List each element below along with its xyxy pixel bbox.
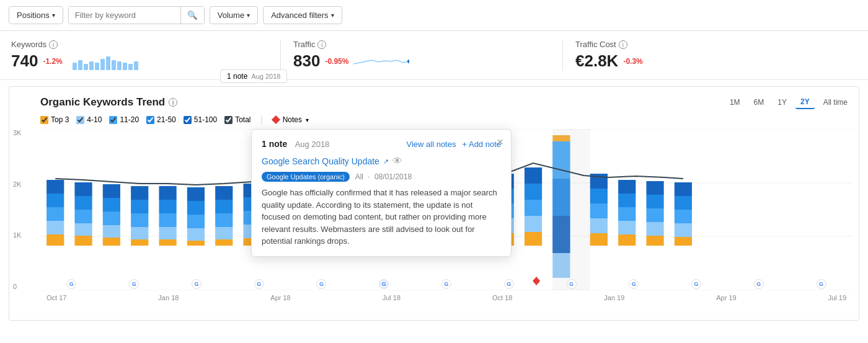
svg-rect-110 bbox=[618, 180, 636, 194]
advanced-filters-dropdown[interactable]: Advanced filters ▾ bbox=[263, 6, 342, 24]
svg-rect-20 bbox=[131, 239, 148, 246]
svg-rect-10 bbox=[74, 236, 92, 246]
note-tag: Google Updates (organic) bbox=[262, 172, 350, 182]
legend-total-label: Total bbox=[235, 115, 250, 124]
svg-rect-13 bbox=[74, 196, 92, 210]
time-1m[interactable]: 1M bbox=[725, 96, 745, 109]
traffic-cost-value: €2.8K bbox=[575, 51, 618, 71]
x-axis: Oct 17 Jan 18 Apr 18 Jul 18 Oct 18 Jan 1… bbox=[40, 294, 852, 301]
svg-rect-104 bbox=[590, 189, 608, 203]
traffic-change: -0.95% bbox=[325, 57, 348, 66]
positions-dropdown[interactable]: Positions ▾ bbox=[9, 6, 63, 24]
svg-rect-37 bbox=[215, 213, 232, 227]
g-icon-12: G bbox=[754, 279, 764, 289]
legend-51-100-label: 51-100 bbox=[194, 115, 217, 124]
legend-top3[interactable]: Top 3 bbox=[40, 115, 69, 124]
note-title[interactable]: Google Search Quality Update ↗ 👁 bbox=[262, 156, 501, 167]
svg-rect-9 bbox=[46, 180, 64, 194]
note-meta-all: All bbox=[355, 172, 363, 181]
keyword-search-button[interactable]: 🔍 bbox=[180, 7, 204, 24]
svg-rect-22 bbox=[131, 213, 148, 227]
y-label-2k: 2K bbox=[13, 180, 21, 188]
x-label-jan18: Jan 18 bbox=[158, 294, 179, 301]
time-all[interactable]: All time bbox=[818, 96, 852, 109]
positions-label: Positions bbox=[17, 11, 50, 20]
mini-bar-3 bbox=[84, 64, 88, 70]
svg-rect-39 bbox=[215, 186, 232, 200]
keywords-info-icon[interactable]: i bbox=[49, 40, 58, 49]
legend-4-10-checkbox[interactable] bbox=[76, 116, 84, 124]
g-icon-11: G bbox=[691, 279, 701, 289]
g-icon-13: G bbox=[817, 279, 826, 289]
popup-close-button[interactable]: × bbox=[497, 136, 503, 149]
svg-rect-106 bbox=[618, 234, 636, 246]
volume-dropdown[interactable]: Volume ▾ bbox=[210, 6, 258, 24]
legend-11-20-checkbox[interactable] bbox=[109, 116, 117, 124]
keyword-filter-input[interactable] bbox=[69, 7, 180, 24]
legend-4-10-label: 4-10 bbox=[87, 115, 102, 124]
svg-rect-111 bbox=[646, 236, 663, 246]
traffic-label-row: Traffic i bbox=[293, 40, 550, 49]
svg-rect-14 bbox=[74, 182, 92, 196]
legend-total-checkbox[interactable] bbox=[224, 116, 232, 124]
svg-rect-90 bbox=[525, 232, 542, 246]
mini-bar-8 bbox=[112, 60, 116, 70]
svg-rect-91 bbox=[525, 216, 542, 232]
traffic-cost-metric: Traffic Cost i €2.8K -0.3% bbox=[575, 40, 844, 71]
legend-51-100-checkbox[interactable] bbox=[184, 116, 192, 124]
note-popup: × 1 note Aug 2018 View all notes + Add n… bbox=[251, 129, 512, 257]
svg-point-0 bbox=[407, 60, 409, 63]
time-6m[interactable]: 6M bbox=[749, 96, 769, 109]
mini-bar-4 bbox=[89, 61, 94, 70]
traffic-info-icon[interactable]: i bbox=[317, 40, 326, 49]
svg-rect-34 bbox=[187, 187, 205, 201]
legend-4-10[interactable]: 4-10 bbox=[76, 115, 102, 124]
legend-divider: | bbox=[261, 115, 263, 124]
svg-rect-116 bbox=[675, 237, 692, 246]
y-axis: 3K 2K 1K 0 bbox=[13, 129, 21, 290]
chart-info-icon[interactable]: i bbox=[169, 98, 177, 107]
note-indicator[interactable]: 1 note Aug 2018 bbox=[220, 69, 287, 83]
legend-11-20[interactable]: 11-20 bbox=[109, 115, 139, 124]
positions-chevron: ▾ bbox=[52, 12, 55, 19]
svg-rect-6 bbox=[46, 221, 64, 234]
x-label-oct17: Oct 17 bbox=[46, 294, 66, 301]
legend-21-50[interactable]: 21-50 bbox=[146, 115, 176, 124]
note-body: Google has officially confirmed that it … bbox=[262, 187, 501, 247]
g-icon-6: G bbox=[379, 279, 389, 289]
svg-rect-112 bbox=[646, 222, 663, 236]
svg-rect-24 bbox=[131, 186, 148, 200]
legend-top3-checkbox[interactable] bbox=[40, 116, 48, 124]
y-label-1k: 1K bbox=[13, 231, 21, 239]
svg-rect-21 bbox=[131, 227, 148, 239]
svg-rect-12 bbox=[74, 210, 92, 223]
legend-total[interactable]: Total bbox=[224, 115, 250, 124]
legend-51-100[interactable]: 51-100 bbox=[184, 115, 217, 124]
note-card: Google Search Quality Update ↗ 👁 Google … bbox=[262, 156, 501, 247]
traffic-label: Traffic bbox=[293, 40, 315, 49]
add-note-button[interactable]: + Add note bbox=[462, 140, 501, 149]
svg-rect-33 bbox=[187, 201, 205, 215]
chart-legend: Top 3 4-10 11-20 21-50 51-100 Total | No… bbox=[40, 115, 852, 124]
eye-icon[interactable]: 👁 bbox=[392, 156, 402, 167]
svg-rect-26 bbox=[159, 227, 176, 239]
traffic-cost-label-row: Traffic Cost i bbox=[575, 40, 832, 49]
time-2y[interactable]: 2Y bbox=[795, 96, 815, 109]
legend-21-50-checkbox[interactable] bbox=[146, 116, 154, 124]
svg-rect-30 bbox=[187, 241, 205, 246]
legend-notes[interactable]: Notes ▾ bbox=[273, 115, 309, 124]
toolbar: Positions ▾ 🔍 Volume ▾ Advanced filters … bbox=[0, 0, 868, 31]
mini-bar-11 bbox=[128, 64, 133, 70]
view-all-notes-link[interactable]: View all notes bbox=[406, 140, 456, 149]
chart-body: 3K 2K 1K 0 bbox=[40, 129, 852, 290]
note-count: 1 note bbox=[227, 72, 247, 81]
traffic-cost-info-icon[interactable]: i bbox=[619, 40, 627, 49]
time-1y[interactable]: 1Y bbox=[773, 96, 792, 109]
svg-rect-23 bbox=[131, 200, 148, 213]
svg-rect-94 bbox=[525, 167, 542, 184]
volume-label: Volume bbox=[218, 11, 244, 20]
svg-rect-27 bbox=[159, 213, 176, 227]
g-icon-4: G bbox=[254, 279, 264, 289]
legend-notes-diamond bbox=[272, 115, 280, 124]
keywords-change: -1.2% bbox=[43, 57, 62, 66]
